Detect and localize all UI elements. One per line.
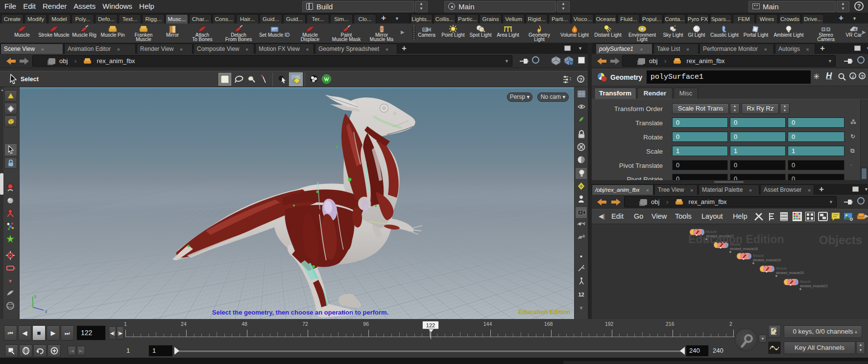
svg-text:Muscle: Muscle <box>800 280 811 283</box>
svg-text:stroked_muscle20: stroked_muscle20 <box>776 271 804 275</box>
svg-text:Muscle: Muscle <box>753 254 764 257</box>
svg-text:stroked_muscle18: stroked_muscle18 <box>730 247 758 251</box>
svg-text:stroked_muscle19: stroked_muscle19 <box>753 258 781 262</box>
svg-text:z: z <box>45 309 48 314</box>
svg-text:Muscle: Muscle <box>776 267 787 270</box>
svg-text:y: y <box>34 294 37 298</box>
svg-text:stroked_muscle21: stroked_muscle21 <box>800 284 828 288</box>
